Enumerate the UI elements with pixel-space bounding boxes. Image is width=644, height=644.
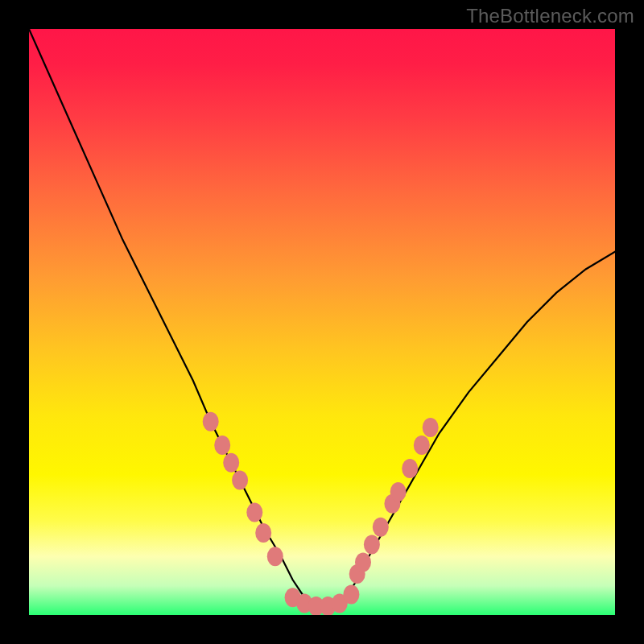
chart-plot-area	[29, 29, 615, 615]
chart-svg	[29, 29, 615, 615]
data-dot	[364, 535, 380, 555]
data-dot	[355, 553, 371, 572]
data-dot	[343, 585, 359, 605]
watermark-text: TheBottleneck.com	[466, 5, 634, 27]
chart-frame: TheBottleneck.com	[0, 0, 644, 644]
data-dot	[402, 459, 418, 478]
data-dots	[203, 412, 439, 615]
data-dot	[214, 436, 230, 455]
bottleneck-curve	[29, 29, 615, 609]
data-dot	[373, 518, 389, 537]
data-dot	[223, 453, 239, 473]
data-dot	[232, 471, 248, 490]
data-dot	[267, 547, 283, 566]
data-dot	[255, 523, 271, 543]
data-dot	[203, 412, 219, 431]
data-dot	[414, 436, 430, 455]
data-dot	[246, 503, 262, 522]
data-dot	[423, 418, 439, 437]
data-dot	[390, 482, 407, 502]
